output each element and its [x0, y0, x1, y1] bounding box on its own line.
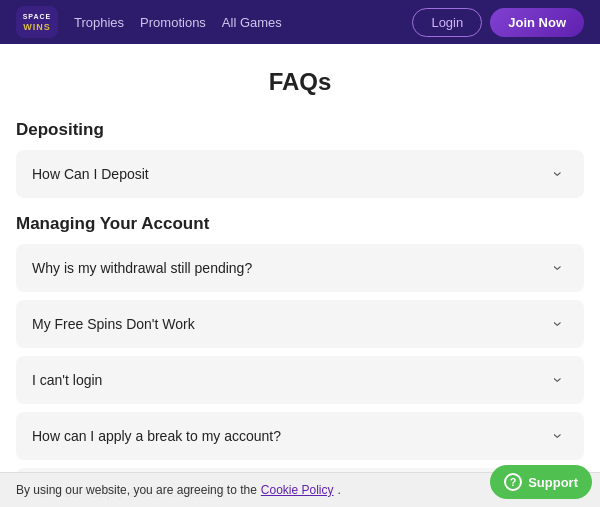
- header-buttons: Login Join Now: [412, 8, 584, 37]
- faq-item-login[interactable]: I can't login ›: [16, 356, 584, 404]
- support-button[interactable]: ? Support: [490, 465, 592, 499]
- chevron-down-icon: ›: [548, 370, 568, 390]
- main-content: FAQs Depositing How Can I Deposit › Mana…: [0, 44, 600, 507]
- nav-promotions[interactable]: Promotions: [140, 15, 206, 30]
- faq-item-break[interactable]: How can I apply a break to my account? ›: [16, 412, 584, 460]
- faq-item-withdrawal-label: Why is my withdrawal still pending?: [32, 260, 252, 276]
- section-depositing-title: Depositing: [16, 120, 584, 140]
- faq-item-freespins-label: My Free Spins Don't Work: [32, 316, 195, 332]
- chevron-down-icon: ›: [548, 314, 568, 334]
- header: SPACE WINS Trophies Promotions All Games…: [0, 0, 600, 44]
- chevron-down-icon: ›: [548, 426, 568, 446]
- faq-item-login-label: I can't login: [32, 372, 102, 388]
- logo[interactable]: SPACE WINS: [16, 6, 58, 38]
- join-button[interactable]: Join Now: [490, 8, 584, 37]
- section-account-title: Managing Your Account: [16, 214, 584, 234]
- logo-line2: WINS: [23, 22, 51, 32]
- nav: Trophies Promotions All Games: [74, 15, 396, 30]
- nav-trophies[interactable]: Trophies: [74, 15, 124, 30]
- faq-item-freespins[interactable]: My Free Spins Don't Work ›: [16, 300, 584, 348]
- support-icon: ?: [504, 473, 522, 491]
- nav-all-games[interactable]: All Games: [222, 15, 282, 30]
- support-label: Support: [528, 475, 578, 490]
- faq-item-deposit[interactable]: How Can I Deposit ›: [16, 150, 584, 198]
- faq-item-deposit-label: How Can I Deposit: [32, 166, 149, 182]
- login-button[interactable]: Login: [412, 8, 482, 37]
- chevron-down-icon: ›: [548, 258, 568, 278]
- faq-item-withdrawal[interactable]: Why is my withdrawal still pending? ›: [16, 244, 584, 292]
- chevron-down-icon: ›: [548, 164, 568, 184]
- cookie-policy-link[interactable]: Cookie Policy: [261, 483, 334, 497]
- logo-line1: SPACE: [23, 13, 52, 20]
- page-title: FAQs: [16, 68, 584, 96]
- faq-item-break-label: How can I apply a break to my account?: [32, 428, 281, 444]
- cookie-text: By using our website, you are agreeing t…: [16, 483, 257, 497]
